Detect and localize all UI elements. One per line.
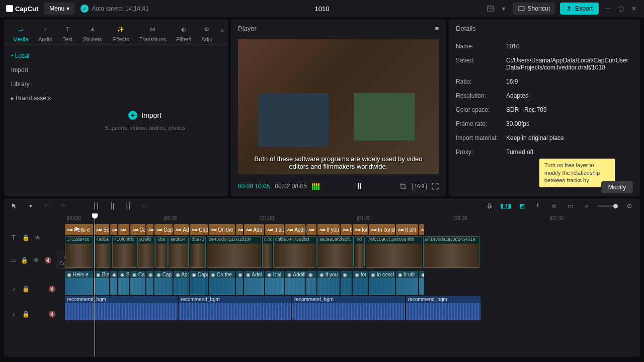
- tab-text[interactable]: TText: [57, 22, 77, 44]
- vid -clip[interactable]: 0d: [355, 236, 365, 268]
- text-track-icon[interactable]: T: [10, 234, 17, 241]
- txt -clip[interactable]: A⇄ C: [341, 224, 352, 235]
- aud -clip[interactable]: ◉ Cap: [154, 271, 173, 295]
- aud -clip[interactable]: ◉ On the: [209, 271, 235, 295]
- eye-icon[interactable]: 👁: [35, 234, 41, 241]
- txt -clip[interactable]: A⇄ If you: [317, 224, 340, 235]
- txt -clip[interactable]: A⇄ Adc: [174, 224, 189, 235]
- vid -clip[interactable]: c7a: [262, 236, 272, 268]
- chevron-down-icon[interactable]: ▾: [26, 201, 35, 210]
- vid -clip[interactable]: 9a3a95af2f92f1: [317, 236, 354, 268]
- video-preview[interactable]: Both of these software programs are wide…: [238, 39, 439, 174]
- hamburger-icon[interactable]: ≡: [435, 25, 439, 32]
- modify-button[interactable]: Modify: [601, 181, 633, 193]
- txt -clip[interactable]: A⇄ A: [419, 224, 424, 235]
- delete-icon[interactable]: ▭: [140, 201, 149, 210]
- vid -clip[interactable]: 4ad5a: [94, 236, 111, 268]
- txt -clip[interactable]: A⇄: [306, 224, 316, 235]
- aud -clip[interactable]: ◉ Hello e: [65, 271, 93, 295]
- aud -clip[interactable]: ◉: [236, 271, 243, 295]
- redo-icon[interactable]: ↷: [58, 201, 67, 210]
- txt -clip[interactable]: A⇄: [236, 224, 243, 235]
- mute-icon[interactable]: 🔇: [44, 257, 52, 264]
- align-icon[interactable]: ⎋: [549, 201, 558, 210]
- txt -clip[interactable]: A⇄: [110, 224, 117, 235]
- aud -clip[interactable]: ◉: [110, 271, 117, 295]
- aud -clip[interactable]: ◉ Adol: [244, 271, 264, 295]
- bgm -clip[interactable]: recommend_bgm: [65, 296, 178, 320]
- zoom-out-icon[interactable]: ○: [582, 201, 591, 210]
- track-area[interactable]: |00:00|00:30|01:00|01:30|02:00|02:30 ➤ A…: [62, 213, 640, 357]
- txt -clip[interactable]: A⇄: [146, 224, 153, 235]
- audio-track-icon[interactable]: ♪: [10, 285, 17, 293]
- vid -clip[interactable]: 6ba: [155, 236, 168, 268]
- link-icon[interactable]: ⌇: [533, 201, 542, 210]
- zoom-slider[interactable]: [598, 205, 618, 207]
- vid -clip[interactable]: 939fd: [137, 236, 154, 268]
- aud -clip[interactable]: ◉ In concl: [369, 271, 395, 295]
- vid -clip[interactable]: cbfb9344756dbd: [273, 236, 316, 268]
- close-icon[interactable]: ✕: [630, 5, 638, 13]
- txt -clip[interactable]: A⇄ Ado: [244, 224, 264, 235]
- undo-icon[interactable]: ↶: [42, 201, 51, 210]
- time-ruler[interactable]: |00:00|00:30|01:00|01:30|02:00|02:30: [62, 215, 640, 224]
- bgm -clip[interactable]: recommend_bgm: [292, 296, 405, 320]
- aud -clip[interactable]: ◉: [146, 271, 153, 295]
- import-dropzone[interactable]: +Import Supports: videos, audios, photos: [62, 45, 228, 196]
- audio-track-icon[interactable]: ♪: [10, 311, 17, 318]
- ratio-badge[interactable]: 16:9: [412, 183, 427, 190]
- export-button[interactable]: Export: [560, 3, 599, 15]
- fullscreen-icon[interactable]: [432, 183, 439, 190]
- tab-audio[interactable]: ♪Audio: [33, 22, 57, 44]
- aud -clip[interactable]: ◉ S: [118, 271, 129, 295]
- aud -clip[interactable]: ◉ It al: [265, 271, 284, 295]
- tab-adju[interactable]: ⚙Adju: [196, 22, 217, 44]
- minimize-icon[interactable]: ─: [604, 5, 612, 13]
- txt -clip[interactable]: A⇄ Capc: [190, 224, 208, 235]
- sidebar-item-import[interactable]: Import: [4, 63, 62, 77]
- mic-icon[interactable]: [485, 201, 494, 210]
- crop-icon[interactable]: [399, 182, 407, 190]
- vid -clip[interactable]: d5973: [190, 236, 206, 268]
- aud -clip[interactable]: ◉: [341, 271, 352, 295]
- aud -clip[interactable]: ◉ Additi: [285, 271, 305, 295]
- preview-icon[interactable]: ▭: [566, 201, 575, 210]
- sidebar-item-brand-assets[interactable]: ▸ Brand assets: [4, 91, 62, 105]
- tab-transitions[interactable]: ⋈Transitions: [134, 22, 171, 44]
- txt -clip[interactable]: A⇄ for: [353, 224, 368, 235]
- vid -clip[interactable]: 9e3b34: [169, 236, 189, 268]
- magnet-main-icon[interactable]: ◧◨: [501, 201, 510, 210]
- magnet-track-icon[interactable]: ◩: [517, 201, 526, 210]
- tab-effects[interactable]: ✨Effects: [107, 22, 134, 44]
- sidebar-item-local[interactable]: • Local: [4, 49, 62, 63]
- chevron-down-icon[interactable]: ▾: [500, 5, 508, 13]
- aud -clip[interactable]: ◉ If you: [317, 271, 340, 295]
- aud -clip[interactable]: ◉: [419, 271, 424, 295]
- txt -clip[interactable]: A⇄: [118, 224, 129, 235]
- aud -clip[interactable]: ◉ Ca: [130, 271, 145, 295]
- more-tabs-icon[interactable]: »: [217, 22, 227, 44]
- txt -clip[interactable]: A⇄ Bot: [94, 224, 109, 235]
- pause-button[interactable]: ⏸: [355, 182, 363, 191]
- zoom-fit-icon[interactable]: ⊙: [625, 201, 634, 210]
- txt -clip[interactable]: A⇄ It als: [265, 224, 284, 235]
- mute-icon[interactable]: 🔇: [48, 311, 56, 318]
- txt -clip[interactable]: A⇄ It ulti: [396, 224, 418, 235]
- vid -clip[interactable]: 410f80fdc: [112, 236, 136, 268]
- pointer-tool-icon[interactable]: [10, 201, 19, 210]
- txt -clip[interactable]: A⇄ On the: [209, 224, 235, 235]
- aud -clip[interactable]: ◉ Adc: [174, 271, 189, 295]
- tab-media[interactable]: ▭Media: [8, 22, 33, 44]
- shortcut-button[interactable]: Shortcut: [513, 3, 555, 15]
- split-left-icon[interactable]: ⎮[: [108, 201, 117, 210]
- maximize-icon[interactable]: ▢: [617, 5, 625, 13]
- lock-icon[interactable]: 🔒: [21, 257, 28, 264]
- txt -clip[interactable]: A⇄ In concl: [369, 224, 395, 235]
- lock-icon[interactable]: 🔒: [22, 234, 30, 241]
- bgm -clip[interactable]: recommend_bgm: [406, 296, 480, 320]
- video-track-icon[interactable]: ▭: [10, 257, 16, 264]
- sidebar-item-library[interactable]: Library: [4, 77, 62, 91]
- aud -clip[interactable]: ◉ Capc: [190, 271, 208, 295]
- vid -clip[interactable]: 8e438d0751001d1d4: [207, 236, 261, 268]
- bgm -clip[interactable]: recommend_bgm: [179, 296, 291, 320]
